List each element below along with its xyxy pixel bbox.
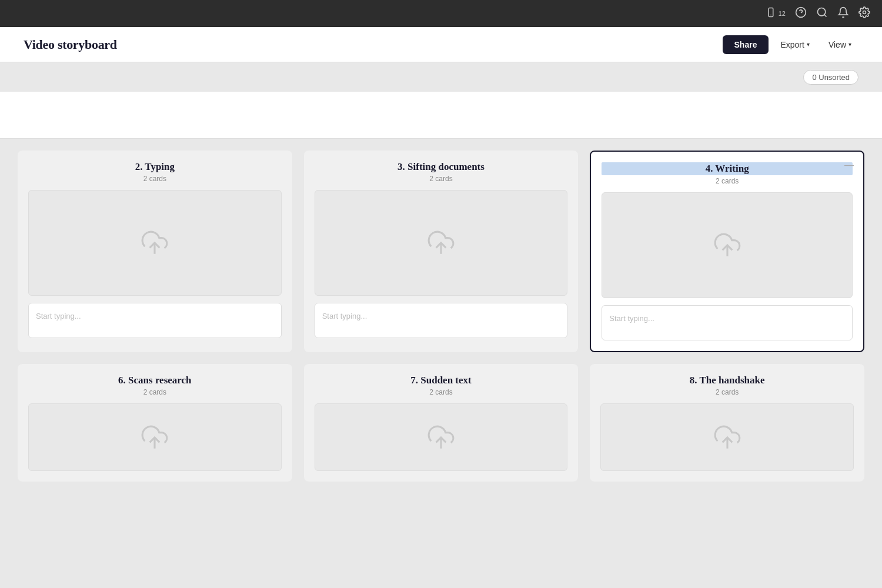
bell-icon-container[interactable] bbox=[837, 6, 849, 21]
column-6-image-card[interactable] bbox=[28, 403, 282, 471]
column-8-header: 8. The handshake 2 cards bbox=[600, 375, 854, 396]
export-chevron-icon: ▾ bbox=[807, 41, 810, 48]
column-2-subtitle: 2 cards bbox=[28, 175, 282, 183]
svg-point-4 bbox=[818, 8, 826, 15]
white-area bbox=[0, 92, 882, 139]
export-button[interactable]: Export ▾ bbox=[773, 35, 816, 54]
column-3-placeholder: Start typing... bbox=[322, 312, 368, 320]
mobile-icon-container[interactable]: 12 bbox=[766, 7, 786, 21]
column-3-header: 3. Sifting documents 2 cards bbox=[315, 161, 568, 183]
column-7-header: 7. Sudden text 2 cards bbox=[315, 375, 568, 396]
column-4-title: 4. Writing bbox=[602, 162, 853, 175]
mobile-icon bbox=[766, 7, 776, 21]
column-6-subtitle: 2 cards bbox=[28, 388, 282, 396]
column-7-image-card[interactable] bbox=[315, 403, 568, 471]
view-button[interactable]: View ▾ bbox=[821, 35, 858, 54]
view-chevron-icon: ▾ bbox=[848, 41, 851, 48]
svg-point-6 bbox=[863, 11, 866, 14]
column-4-text-card[interactable]: Start typing... bbox=[602, 305, 853, 340]
column-4: — 4. Writing 2 cards Start typing... bbox=[590, 151, 864, 352]
help-icon-container[interactable] bbox=[795, 6, 807, 21]
upload-icon-3 bbox=[426, 228, 456, 258]
column-8-image-card[interactable] bbox=[600, 403, 854, 471]
header: Video storyboard Share Export ▾ View ▾ bbox=[0, 27, 882, 62]
upload-icon-6 bbox=[140, 423, 169, 452]
column-4-placeholder: Start typing... bbox=[609, 314, 654, 323]
share-button[interactable]: Share bbox=[723, 35, 769, 54]
column-3-subtitle: 2 cards bbox=[315, 175, 568, 183]
settings-icon-container[interactable] bbox=[858, 6, 870, 21]
column-2-image-card[interactable] bbox=[28, 190, 282, 296]
main-content: 2. Typing 2 cards Start typing... 3. Si bbox=[0, 139, 882, 588]
search-icon-container[interactable] bbox=[816, 6, 828, 21]
svg-line-5 bbox=[824, 14, 827, 16]
column-6: 6. Scans research 2 cards bbox=[18, 364, 292, 482]
column-2-text-card[interactable]: Start typing... bbox=[28, 303, 282, 338]
upload-icon-4 bbox=[713, 230, 742, 260]
column-3-text-card[interactable]: Start typing... bbox=[315, 303, 568, 338]
upload-icon-2 bbox=[140, 228, 169, 258]
upload-icon-7 bbox=[426, 423, 456, 452]
unsorted-badge[interactable]: 0 Unsorted bbox=[803, 70, 858, 85]
column-4-image-card[interactable] bbox=[602, 192, 853, 298]
top-bar: 12 bbox=[0, 0, 882, 27]
page-title: Video storyboard bbox=[24, 37, 117, 52]
column-3-title: 3. Sifting documents bbox=[315, 161, 568, 173]
settings-icon bbox=[858, 6, 870, 21]
column-2-title: 2. Typing bbox=[28, 161, 282, 173]
cards-grid-bottom: 6. Scans research 2 cards 7. Sudden text… bbox=[18, 364, 864, 482]
column-7-subtitle: 2 cards bbox=[315, 388, 568, 396]
column-4-menu-icon[interactable]: — bbox=[844, 160, 854, 171]
top-bar-icons: 12 bbox=[766, 6, 870, 21]
column-6-title: 6. Scans research bbox=[28, 375, 282, 386]
column-4-header: 4. Writing 2 cards bbox=[602, 162, 853, 185]
column-2: 2. Typing 2 cards Start typing... bbox=[18, 151, 292, 352]
upload-icon-8 bbox=[713, 423, 742, 452]
column-8: 8. The handshake 2 cards bbox=[590, 364, 864, 482]
notification-badge: 12 bbox=[779, 10, 786, 17]
filter-bar: 0 Unsorted bbox=[0, 62, 882, 92]
column-2-placeholder: Start typing... bbox=[36, 312, 81, 320]
bell-icon bbox=[837, 6, 849, 21]
cards-grid-top: 2. Typing 2 cards Start typing... 3. Si bbox=[18, 151, 864, 352]
column-6-header: 6. Scans research 2 cards bbox=[28, 375, 282, 396]
search-icon bbox=[816, 6, 828, 21]
column-7-title: 7. Sudden text bbox=[315, 375, 568, 386]
help-icon bbox=[795, 6, 807, 21]
column-3-image-card[interactable] bbox=[315, 190, 568, 296]
header-actions: Share Export ▾ View ▾ bbox=[723, 35, 858, 54]
column-3: 3. Sifting documents 2 cards Start typin… bbox=[304, 151, 579, 352]
column-2-header: 2. Typing 2 cards bbox=[28, 161, 282, 183]
column-8-subtitle: 2 cards bbox=[600, 388, 854, 396]
column-4-subtitle: 2 cards bbox=[602, 177, 853, 185]
column-7: 7. Sudden text 2 cards bbox=[304, 364, 579, 482]
column-8-title: 8. The handshake bbox=[600, 375, 854, 386]
